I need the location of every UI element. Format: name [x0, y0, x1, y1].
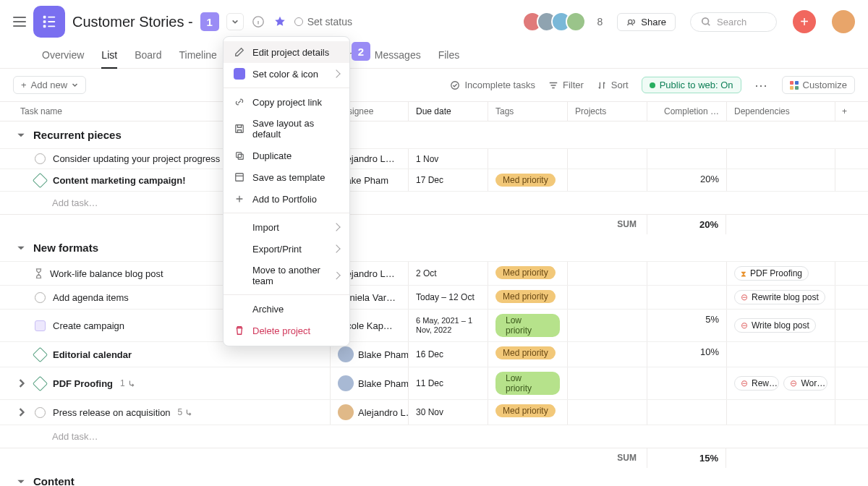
star-icon[interactable]	[273, 14, 287, 29]
global-add-button[interactable]: +	[793, 10, 816, 33]
dependency-chip[interactable]: ⊖Rewrite blog post	[734, 290, 825, 304]
menu-import[interactable]: Import	[224, 216, 349, 238]
member-avatars[interactable]	[522, 12, 586, 32]
menu-icon[interactable]	[13, 17, 26, 27]
approval-icon[interactable]	[35, 320, 46, 331]
add-new-button[interactable]: + Add new	[13, 76, 86, 94]
more-actions-icon[interactable]: ⋯	[754, 77, 769, 93]
add-column-button[interactable]: +	[835, 102, 854, 121]
due-cell[interactable]: 6 May, 2021 – 1 Nov, 2022	[408, 310, 488, 341]
menu-edit-details[interactable]: Edit project details	[224, 41, 349, 63]
tag-pill[interactable]: Med priority	[495, 404, 556, 417]
add-task-input[interactable]: Add task…	[0, 192, 106, 214]
expand-icon[interactable]	[17, 408, 26, 417]
set-status-button[interactable]: Set status	[294, 16, 352, 27]
section-header[interactable]: Content	[0, 468, 868, 486]
task-row[interactable]: Press release on acquisition5 Alejandro …	[0, 399, 868, 425]
menu-delete-project[interactable]: Delete project	[224, 320, 349, 341]
project-actions-dropdown[interactable]	[226, 13, 244, 30]
tab-files[interactable]: Files	[438, 43, 460, 68]
task-row[interactable]: Content marketing campaign! Blake Pham 1…	[0, 169, 868, 191]
dependency-chip[interactable]: ⧗PDF Proofing	[734, 266, 809, 281]
sum-value: 20%	[647, 215, 726, 234]
svg-rect-4	[48, 21, 55, 22]
tab-messages[interactable]: Messages	[375, 43, 421, 68]
assignee-cell[interactable]: Blake Pham	[330, 367, 408, 399]
complete-icon[interactable]	[35, 292, 46, 303]
add-task-input[interactable]: Add task…	[0, 425, 106, 448]
section-header[interactable]: New formats	[0, 234, 868, 261]
task-row[interactable]: Add agenda items Daniela Var… Today – 12…	[0, 285, 868, 309]
menu-set-color[interactable]: Set color & icon	[224, 63, 349, 85]
task-row[interactable]: Work-life balance blog post Alejandro L……	[0, 261, 868, 285]
menu-archive[interactable]: Archive	[224, 298, 349, 320]
blocked-icon: ⊖	[790, 378, 797, 388]
col-completion[interactable]: Completion …	[647, 102, 726, 121]
dependency-chip[interactable]: ⊖Wor…	[783, 376, 827, 391]
col-due-date[interactable]: Due date	[408, 102, 488, 121]
completion-cell[interactable]: 5%	[647, 310, 726, 341]
chevron-right-icon	[332, 223, 340, 231]
customize-button[interactable]: Customize	[782, 76, 855, 94]
menu-export[interactable]: Export/Print	[224, 238, 349, 260]
tag-pill[interactable]: Low priority	[495, 314, 560, 337]
tag-pill[interactable]: Med priority	[495, 174, 556, 187]
user-avatar[interactable]	[832, 10, 855, 33]
incomplete-tasks-filter[interactable]: Incomplete tasks	[450, 80, 535, 90]
menu-move-team[interactable]: Move to another team	[224, 260, 349, 291]
menu-save-layout[interactable]: Save layout as default	[224, 113, 349, 145]
collapse-icon[interactable]	[16, 130, 26, 140]
due-cell[interactable]: 2 Oct	[408, 262, 488, 285]
public-to-web-pill[interactable]: Public to web: On	[642, 77, 741, 93]
assignee-cell[interactable]: Alejandro L…	[330, 400, 408, 425]
collapse-icon[interactable]	[16, 477, 26, 487]
task-row[interactable]: Consider updating your project progress …	[0, 148, 868, 169]
col-projects[interactable]: Projects	[567, 102, 647, 121]
task-name: Consider updating your project progress	[53, 153, 220, 164]
due-cell[interactable]: Today – 12 Oct	[408, 286, 488, 309]
search-input[interactable]: Search	[690, 12, 777, 32]
info-icon[interactable]	[251, 14, 265, 29]
menu-save-template[interactable]: Save as template	[224, 166, 349, 188]
tag-pill[interactable]: Med priority	[495, 266, 556, 279]
task-row[interactable]: Create campaign Nicole Kap… 6 May, 2021 …	[0, 309, 868, 341]
collapse-icon[interactable]	[16, 243, 26, 253]
blocked-icon: ⊖	[741, 320, 748, 331]
completion-cell[interactable]: 10%	[647, 342, 726, 367]
due-cell[interactable]: 17 Dec	[408, 169, 488, 191]
milestone-icon[interactable]	[33, 346, 48, 362]
section-header[interactable]: Recurrent pieces	[0, 122, 868, 148]
task-name: PDF Proofing	[53, 378, 113, 389]
complete-icon[interactable]	[35, 407, 46, 418]
expand-icon[interactable]	[17, 379, 26, 388]
share-button[interactable]: Share	[617, 13, 676, 31]
tab-timeline[interactable]: Timeline	[179, 43, 217, 68]
col-dependencies[interactable]: Dependencies	[726, 102, 835, 121]
tab-board[interactable]: Board	[135, 43, 161, 68]
sort-button[interactable]: Sort	[597, 80, 629, 90]
menu-duplicate[interactable]: Duplicate	[224, 145, 349, 166]
due-cell[interactable]: 30 Nov	[408, 400, 488, 425]
dependency-chip[interactable]: ⊖Rew…	[734, 376, 779, 391]
tab-list[interactable]: List	[101, 43, 117, 68]
milestone-icon[interactable]	[33, 172, 48, 187]
complete-icon[interactable]	[35, 153, 46, 164]
dependency-chip[interactable]: ⊖Write blog post	[734, 318, 816, 333]
tag-pill[interactable]: Med priority	[495, 290, 556, 303]
due-cell[interactable]: 16 Dec	[408, 342, 488, 367]
color-swatch-icon	[234, 68, 245, 80]
due-cell[interactable]: 11 Dec	[408, 367, 488, 399]
menu-add-portfolio[interactable]: Add to Portfolio	[224, 188, 349, 210]
task-row[interactable]: PDF Proofing1 Blake Pham 11 Dec Low prio…	[0, 367, 868, 399]
completion-cell[interactable]: 20%	[647, 169, 726, 191]
tab-overview[interactable]: Overview	[42, 43, 84, 68]
due-cell[interactable]: 1 Nov	[408, 149, 488, 169]
task-row[interactable]: Editorial calendar Blake Pham 16 Dec Med…	[0, 341, 868, 367]
col-tags[interactable]: Tags	[488, 102, 567, 121]
project-title[interactable]: Customer Stories -	[72, 14, 193, 30]
tag-pill[interactable]: Med priority	[495, 346, 556, 359]
milestone-icon[interactable]	[33, 375, 48, 391]
filter-button[interactable]: Filter	[548, 80, 584, 90]
menu-copy-link[interactable]: Copy project link	[224, 91, 349, 113]
tag-pill[interactable]: Low priority	[495, 372, 560, 395]
